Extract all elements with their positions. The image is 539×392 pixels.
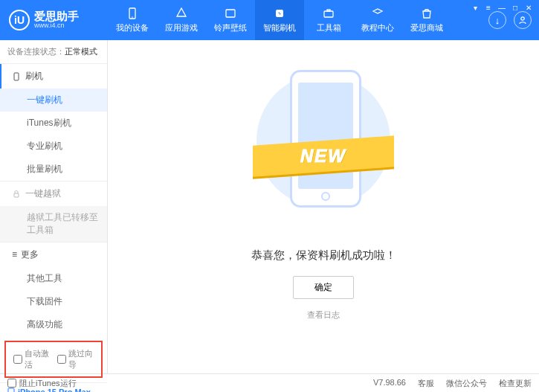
svg-rect-3 [276,10,283,17]
brand-url: www.i4.cn [34,22,79,30]
nav-flash[interactable]: 智能刷机 [255,0,304,40]
footer-wechat[interactable]: 微信公众号 [446,378,487,389]
sidebar-item-itunes-flash[interactable]: iTunes刷机 [0,112,107,135]
brand-name: 爱思助手 [34,10,79,23]
user-button[interactable] [514,11,532,29]
success-illustration: NEW [260,70,387,226]
phone-icon [12,72,21,81]
svg-rect-2 [226,10,235,17]
close-icon[interactable]: ✕ [523,2,535,13]
svg-rect-8 [14,193,19,197]
nav-ringtones[interactable]: 铃声壁纸 [206,0,255,40]
sidebar-item-advanced[interactable]: 高级功能 [0,313,107,336]
download-button[interactable]: ↓ [488,11,506,29]
sidebar-item-batch-flash[interactable]: 批量刷机 [0,158,107,181]
minimize-icon[interactable]: — [496,2,508,13]
svg-rect-7 [14,73,19,80]
lock-icon [12,190,21,199]
success-message: 恭喜您，保资料刷机成功啦！ [251,248,396,263]
view-log-link[interactable]: 查看日志 [307,309,340,321]
nav-mall[interactable]: 爱思商城 [402,0,451,40]
footer-support[interactable]: 客服 [418,378,434,389]
apps-icon [175,7,188,20]
svg-point-1 [132,16,133,18]
block-itunes-checkbox[interactable]: 阻止iTunes运行 [7,378,77,389]
toolbox-icon [322,7,335,20]
nav-my-device[interactable]: 我的设备 [108,0,157,40]
sidebar: 设备连接状态：正常模式 刷机 一键刷机 iTunes刷机 专业刷机 批量刷机 一… [0,40,108,373]
sidebar-flash-header[interactable]: 刷机 [0,64,107,89]
menu-icon[interactable]: ▾ [469,2,481,13]
more-icon: ≡ [12,249,16,260]
ringtone-icon [224,7,237,20]
svg-rect-4 [324,11,333,17]
maximize-icon[interactable]: □ [509,2,521,13]
version-label: V7.98.66 [373,378,406,389]
brand: iU 爱思助手 www.i4.cn [0,10,108,30]
sidebar-item-pro-flash[interactable]: 专业刷机 [0,135,107,158]
logo-icon: iU [9,10,30,30]
tutorial-icon [371,7,384,20]
mall-icon [420,7,433,20]
main-content: NEW 恭喜您，保资料刷机成功啦！ 确定 查看日志 [108,40,539,373]
nav-apps[interactable]: 应用游戏 [157,0,206,40]
device-icon [126,7,139,20]
ok-button[interactable]: 确定 [293,276,354,299]
sidebar-options-box: 自动激活 跳过向导 [4,341,103,378]
svg-point-6 [521,17,524,20]
footer-update[interactable]: 检查更新 [499,378,532,389]
lock-icon[interactable]: ≡ [482,2,494,13]
skip-guide-checkbox[interactable]: 跳过向导 [57,348,94,370]
connection-status: 设备连接状态：正常模式 [0,40,107,63]
sidebar-jailbreak-moved: 越狱工具已转移至工具箱 [0,206,107,242]
sidebar-item-other-tools[interactable]: 其他工具 [0,267,107,290]
nav-toolbox[interactable]: 工具箱 [304,0,353,40]
svg-rect-5 [327,10,330,11]
header: iU 爱思助手 www.i4.cn 我的设备 应用游戏 铃声壁纸 智能刷机 工具… [0,0,539,40]
auto-activate-checkbox[interactable]: 自动激活 [13,348,50,370]
nav-tutorials[interactable]: 教程中心 [353,0,402,40]
sidebar-item-download-firmware[interactable]: 下载固件 [0,290,107,313]
flash-icon [273,7,286,20]
sidebar-item-onekey-flash[interactable]: 一键刷机 [0,89,107,112]
sidebar-jailbreak-header: 一键越狱 [0,181,107,206]
sidebar-more-header[interactable]: ≡更多 [0,242,107,267]
